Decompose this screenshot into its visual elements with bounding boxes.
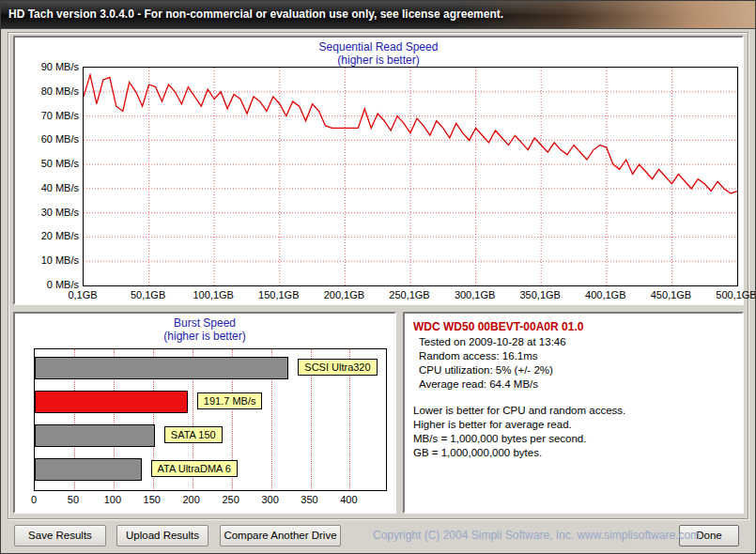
- random-access-line: Random access: 16.1ms: [419, 349, 742, 363]
- save-results-button[interactable]: Save Results: [14, 525, 106, 546]
- burst-bar-label: SATA 150: [164, 426, 223, 443]
- x-axis-tick-label: 450,1GB: [642, 289, 699, 300]
- x-axis-tick-label: 200,1GB: [316, 289, 372, 300]
- sequential-read-panel: Sequential Read Speed (higher is better)…: [13, 36, 744, 305]
- y-axis-tick-label: 90 MB/s: [21, 61, 79, 72]
- x-axis-tick-label: 250,1GB: [381, 289, 438, 300]
- y-axis-tick-label: 70 MB/s: [21, 110, 79, 121]
- burst-bar: [35, 424, 155, 447]
- sequential-chart-title: Sequential Read Speed: [15, 40, 742, 54]
- burst-bar-label: ATA UltraDMA 6: [151, 460, 238, 477]
- x-axis-tick-label: 150,1GB: [251, 289, 307, 300]
- x-axis-tick-label: 50: [59, 494, 87, 505]
- x-axis-tick-label: 100: [99, 494, 127, 505]
- burst-bar: [35, 391, 188, 413]
- hd-tach-window: HD Tach version 3.0.4.0 - For non-commer…: [0, 0, 756, 554]
- burst-bar: [35, 458, 142, 481]
- x-axis-tick-label: 150: [138, 494, 166, 505]
- y-axis-tick-label: 10 MB/s: [21, 254, 79, 266]
- x-axis-tick-label: 400,1GB: [578, 289, 634, 300]
- y-axis-tick-label: 60 MB/s: [21, 133, 79, 145]
- y-axis-tick-label: 20 MB/s: [21, 230, 79, 241]
- y-axis-tick-label: 50 MB/s: [21, 158, 79, 169]
- note-mbs-definition: MB/s = 1,000,000 bytes per second.: [413, 432, 742, 446]
- x-axis-tick-label: 500,1GB: [708, 289, 756, 300]
- title-bar[interactable]: HD Tach version 3.0.4.0 - For non-commer…: [1, 1, 755, 29]
- burst-bar-label: 191.7 MB/s: [197, 392, 263, 409]
- x-axis-tick-label: 350,1GB: [512, 289, 568, 300]
- sequential-chart-subtitle: (higher is better): [15, 54, 742, 67]
- x-axis-tick-label: 0: [20, 494, 48, 505]
- y-axis-tick-label: 80 MB/s: [21, 85, 79, 97]
- x-axis-tick-label: 200: [177, 494, 206, 505]
- sequential-read-chart: [84, 68, 737, 285]
- drive-info-panel: WDC WD50 00BEVT-00A0R 01.0 Tested on 200…: [403, 312, 744, 514]
- tested-on-line: Tested on 2009-10-28 at 13:46: [419, 335, 742, 349]
- y-axis-tick-label: 40 MB/s: [21, 182, 79, 193]
- average-read-line: Average read: 64.4 MB/s: [419, 377, 742, 392]
- x-axis-tick-label: 300,1GB: [447, 289, 503, 300]
- spacer: [405, 392, 742, 404]
- cpu-utilization-line: CPU utilization: 5% (+/- 2%): [419, 363, 742, 377]
- burst-chart-title: Burst Speed: [15, 316, 394, 330]
- x-axis-tick-label: 350: [296, 494, 324, 505]
- note-higher-better: Higher is better for average read.: [413, 418, 742, 432]
- sequential-read-plot: [83, 67, 738, 286]
- x-axis-tick-label: 0,1GB: [54, 289, 111, 300]
- upload-results-button[interactable]: Upload Results: [116, 525, 208, 546]
- read-speed-line: [84, 75, 737, 193]
- x-axis-tick-label: 400: [334, 494, 363, 505]
- burst-bar-label: SCSI Ultra320: [298, 359, 377, 376]
- grid-lines: [84, 68, 737, 285]
- window-title: HD Tach version 3.0.4.0 - For non-commer…: [1, 1, 503, 28]
- burst-chart-subtitle: (higher is better): [15, 330, 394, 343]
- burst-bar: [35, 357, 288, 379]
- copyright-text: Copyright (C) 2004 Simpli Software, Inc.…: [373, 529, 700, 542]
- drive-model: WDC WD50 00BEVT-00A0R 01.0: [413, 320, 742, 333]
- y-axis-tick-label: 30 MB/s: [21, 207, 79, 218]
- compare-another-drive-button[interactable]: Compare Another Drive: [220, 525, 341, 546]
- note-gb-definition: GB = 1,000,000,000 bytes.: [413, 446, 742, 460]
- x-axis-tick-label: 250: [217, 494, 245, 505]
- note-lower-better: Lower is better for CPU and random acces…: [413, 404, 742, 418]
- x-axis-tick-label: 100,1GB: [185, 289, 241, 300]
- burst-speed-plot: SCSI Ultra320191.7 MB/sSATA 150ATA Ultra…: [34, 348, 387, 491]
- burst-speed-panel: Burst Speed (higher is better) SCSI Ultr…: [13, 312, 396, 514]
- x-axis-tick-label: 300: [256, 494, 285, 505]
- x-axis-tick-label: 50,1GB: [120, 289, 177, 300]
